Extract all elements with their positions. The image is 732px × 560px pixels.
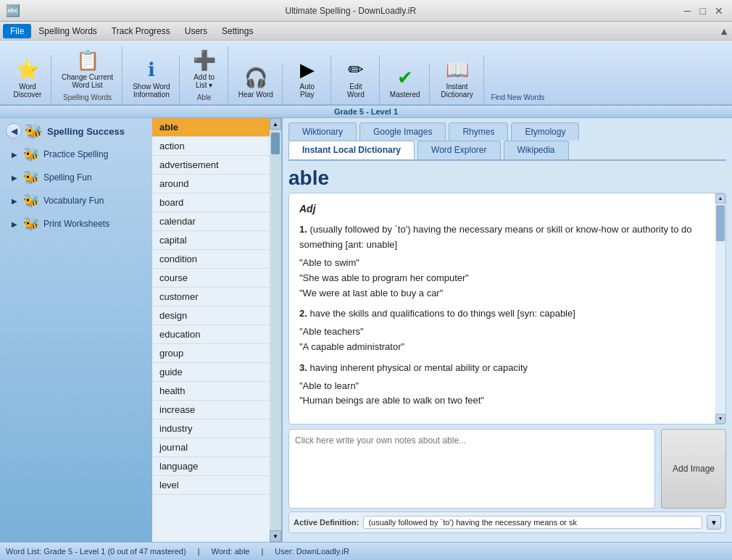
- sidebar-item-vocabulary-fun[interactable]: ▶ 🐝 Vocabulary Fun: [0, 189, 152, 212]
- tab-wikipedia[interactable]: Wikipedia: [504, 141, 569, 159]
- menu-bar: File Spelling Words Track Progress Users…: [0, 22, 732, 41]
- instant-dictionary-label: InstantDictionary: [441, 83, 473, 99]
- sidebar-header-row: ◀ 🐝 Spelling Success: [0, 118, 152, 143]
- def-num-1: 1.: [299, 224, 307, 235]
- auto-play-icon: ▶: [300, 59, 315, 81]
- minimize-button[interactable]: ─: [681, 5, 694, 17]
- word-item-calendar[interactable]: calendar: [152, 212, 270, 231]
- practice-spelling-label: Practice Spelling: [43, 149, 108, 159]
- spelling-fun-icon: 🐝: [23, 170, 39, 185]
- hear-word-label: Hear Word: [238, 91, 273, 99]
- word-item-guide[interactable]: guide: [152, 363, 270, 382]
- def-scroll-down[interactable]: ▼: [715, 414, 725, 424]
- scroll-up-button[interactable]: ▲: [270, 118, 281, 130]
- vocab-fun-icon: 🐝: [23, 193, 39, 209]
- word-item-journal[interactable]: journal: [152, 438, 270, 457]
- content-panel: Wiktionary Google Images Rhymes Etymolog…: [283, 118, 732, 542]
- example-3-1: "Able to learn": [299, 379, 704, 394]
- example-2-1: "Able teachers": [299, 325, 704, 340]
- word-item-customer[interactable]: customer: [152, 288, 270, 306]
- word-item-increase[interactable]: increase: [152, 401, 270, 419]
- menu-track-progress[interactable]: Track Progress: [104, 24, 178, 38]
- tab-wiktionary[interactable]: Wiktionary: [288, 122, 357, 141]
- close-button[interactable]: ✕: [712, 5, 726, 17]
- body-area: ◀ 🐝 Spelling Success ▶ 🐝 Practice Spelli…: [0, 118, 732, 542]
- word-item-health[interactable]: health: [152, 382, 270, 401]
- change-word-list-icon: 📋: [76, 49, 99, 72]
- def-3-examples: "Able to learn" "Human beings are able t…: [299, 379, 704, 409]
- word-item-action[interactable]: action: [152, 137, 270, 156]
- ribbon: ⭐ WordDiscover 📋 Change CurrentWord List…: [0, 41, 732, 106]
- word-item-design[interactable]: design: [152, 306, 270, 325]
- maximize-button[interactable]: □: [697, 5, 709, 17]
- notes-input[interactable]: [288, 429, 655, 509]
- auto-play-button[interactable]: ▶ AutoPlay: [288, 56, 326, 101]
- word-item-language[interactable]: language: [152, 457, 270, 476]
- word-item-around[interactable]: around: [152, 175, 270, 193]
- ribbon-arrow[interactable]: ▲: [719, 25, 729, 37]
- def-2-examples: "Able teachers" "A capable administrator…: [299, 325, 704, 355]
- def-num-2: 2.: [299, 308, 307, 319]
- scroll-thumb-area: [270, 130, 281, 530]
- word-item-course[interactable]: course: [152, 269, 270, 288]
- show-word-info-button[interactable]: ℹ Show WordInformation: [128, 56, 175, 101]
- sidebar-item-spelling-fun[interactable]: ▶ 🐝 Spelling Fun: [0, 166, 152, 189]
- word-item-education[interactable]: education: [152, 325, 270, 344]
- word-discover-button[interactable]: ⭐ WordDiscover: [9, 56, 46, 101]
- menu-spelling-words[interactable]: Spelling Words: [31, 24, 104, 38]
- word-item-advertisement[interactable]: advertisement: [152, 156, 270, 175]
- def-1-text: 1. (usually followed by `to') having the…: [299, 222, 704, 253]
- example-3-2: "Human beings are able to walk on two fe…: [299, 393, 704, 409]
- sidebar-item-practice-spelling[interactable]: ▶ 🐝 Practice Spelling: [0, 143, 152, 166]
- tab-instant-local-dict[interactable]: Instant Local Dictionary: [288, 141, 415, 159]
- app-window: 🔤 Ultimate Spelling - DownLoadly.iR ─ □ …: [0, 0, 732, 560]
- mastered-button[interactable]: ✔ Mastered: [386, 64, 425, 101]
- hear-word-button[interactable]: 🎧 Hear Word: [234, 64, 278, 101]
- add-image-button[interactable]: Add Image: [661, 429, 726, 509]
- app-icon: 🔤: [6, 4, 20, 17]
- word-item-condition[interactable]: condition: [152, 250, 270, 269]
- show-word-info-icon: ℹ: [148, 59, 155, 81]
- vocabulary-fun-label: Vocabulary Fun: [43, 196, 104, 206]
- part-of-speech: Adj: [299, 201, 704, 217]
- definition-box[interactable]: ▲ ▼ Adj 1. (usually followed by `to') ha…: [288, 193, 726, 425]
- def-2-text: 2. have the skills and qualifications to…: [299, 306, 704, 322]
- example-2-2: "A capable administrator": [299, 340, 704, 355]
- active-def-bar: Active Definition: (usually followed by …: [288, 511, 726, 533]
- active-def-dropdown[interactable]: ▼: [707, 515, 721, 530]
- def-1-examples: "Able to swim" "She was able to program …: [299, 256, 704, 301]
- word-item-capital[interactable]: capital: [152, 231, 270, 250]
- spelling-fun-label: Spelling Fun: [43, 172, 92, 183]
- def-scroll-thumb[interactable]: [716, 205, 725, 241]
- sidebar-item-print-worksheets[interactable]: ▶ 🐝 Print Worksheets: [0, 212, 152, 235]
- word-item-level[interactable]: level: [152, 476, 270, 495]
- status-user: User: DownLoadly.iR: [275, 547, 349, 556]
- def-scroll-track: [715, 205, 725, 415]
- tab-google-images[interactable]: Google Images: [359, 122, 446, 141]
- change-word-list-button[interactable]: 📋 Change CurrentWord List: [57, 46, 117, 92]
- edit-word-button[interactable]: ✏ EditWord: [337, 56, 375, 101]
- menu-settings[interactable]: Settings: [215, 24, 260, 38]
- nav-back-button[interactable]: ◀: [6, 123, 22, 139]
- scroll-down-button[interactable]: ▼: [270, 530, 281, 542]
- menu-users[interactable]: Users: [178, 24, 215, 38]
- find-new-words-label[interactable]: Find New Words: [491, 93, 545, 101]
- menu-file[interactable]: File: [3, 24, 31, 38]
- tab-rhymes[interactable]: Rhymes: [449, 122, 508, 141]
- auto-play-label: AutoPlay: [300, 83, 315, 99]
- add-to-list-button[interactable]: ➕ Add toList ▾: [186, 46, 223, 92]
- word-item-group[interactable]: group: [152, 344, 270, 363]
- word-item-board[interactable]: board: [152, 193, 270, 212]
- definition-entry-3: 3. having inherent physical or mental ab…: [299, 361, 704, 409]
- status-separator-1: |: [198, 547, 200, 556]
- word-item-industry[interactable]: industry: [152, 419, 270, 438]
- tab-word-explorer[interactable]: Word Explorer: [417, 141, 500, 159]
- word-item-able[interactable]: able: [152, 118, 270, 137]
- def-scroll-up[interactable]: ▲: [715, 193, 725, 204]
- definition-entry-2: 2. have the skills and qualifications to…: [299, 306, 704, 354]
- status-word-list: Word List: Grade 5 - Level 1 (0 out of 4…: [6, 547, 186, 556]
- instant-dictionary-button[interactable]: 📖 InstantDictionary: [436, 56, 479, 101]
- spelling-words-group-label: Spelling Words: [63, 93, 112, 101]
- tab-etymology[interactable]: Etymology: [511, 122, 579, 141]
- scroll-thumb[interactable]: [271, 133, 280, 154]
